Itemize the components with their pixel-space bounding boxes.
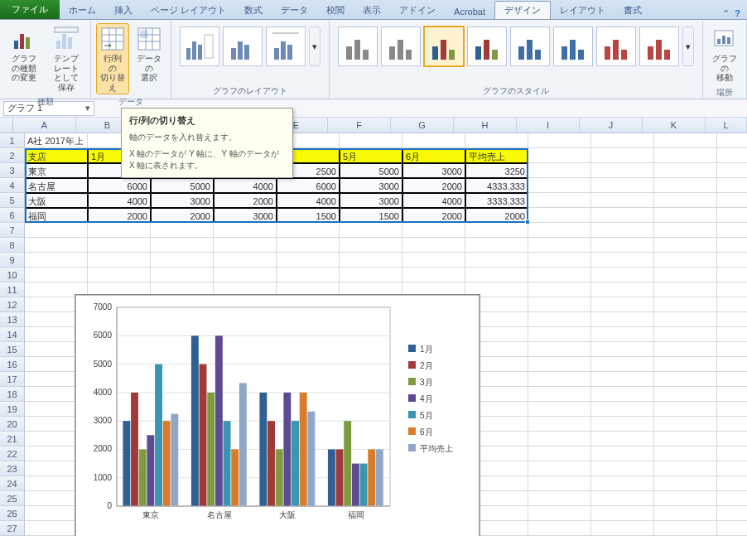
cell[interactable]	[402, 268, 465, 282]
cell[interactable]	[717, 387, 747, 402]
cell[interactable]	[528, 163, 591, 178]
cell[interactable]	[591, 432, 654, 447]
cell[interactable]	[654, 506, 717, 521]
cell[interactable]	[654, 178, 717, 193]
cell[interactable]	[528, 178, 591, 193]
cell[interactable]: 3000	[151, 193, 214, 208]
row-header-6[interactable]: 6	[0, 208, 25, 223]
cell[interactable]	[465, 253, 528, 268]
row-header-8[interactable]: 8	[0, 238, 25, 253]
cell[interactable]	[151, 223, 214, 238]
cell[interactable]	[591, 491, 654, 506]
select-data-button[interactable]: データの 選択	[133, 23, 166, 85]
cell[interactable]	[654, 461, 717, 476]
tab-format[interactable]: 書式	[614, 2, 651, 19]
cell[interactable]	[654, 238, 717, 253]
row-header-11[interactable]: 11	[0, 282, 25, 297]
cell[interactable]	[528, 476, 591, 491]
cell[interactable]	[654, 253, 717, 268]
row-header-23[interactable]: 23	[0, 461, 25, 476]
cell[interactable]	[591, 417, 654, 432]
cell[interactable]	[591, 327, 654, 342]
cell[interactable]	[340, 238, 402, 253]
cell[interactable]	[717, 148, 747, 163]
cell[interactable]	[528, 387, 591, 402]
cell[interactable]	[528, 342, 591, 357]
cell[interactable]	[717, 253, 747, 268]
cell[interactable]	[654, 297, 717, 312]
cell[interactable]	[25, 238, 88, 253]
cell[interactable]	[717, 208, 747, 223]
cell[interactable]	[591, 521, 654, 536]
cell[interactable]: 2000	[402, 208, 465, 223]
tab-design[interactable]: デザイン	[494, 1, 551, 19]
cell[interactable]	[717, 506, 747, 521]
style-thumb-8[interactable]	[639, 27, 679, 66]
cell[interactable]	[528, 223, 591, 238]
row-header-14[interactable]: 14	[0, 327, 25, 342]
cell[interactable]	[654, 432, 717, 447]
cell[interactable]	[654, 521, 717, 536]
cell[interactable]	[654, 357, 717, 372]
col-header-L[interactable]: L	[706, 118, 747, 133]
cell[interactable]	[591, 148, 654, 163]
cell[interactable]	[214, 253, 277, 268]
cell[interactable]	[591, 268, 654, 282]
cell[interactable]	[717, 342, 747, 357]
cell[interactable]	[654, 148, 717, 163]
cell[interactable]	[528, 461, 591, 476]
cell[interactable]: 6月	[402, 148, 465, 163]
col-header-A[interactable]: A	[13, 118, 76, 133]
cell[interactable]	[528, 491, 591, 506]
cell[interactable]	[528, 432, 591, 447]
cell[interactable]: 大阪	[25, 193, 88, 208]
row-header-2[interactable]: 2	[0, 148, 25, 163]
cell[interactable]: 1500	[277, 208, 340, 223]
cell[interactable]	[717, 282, 747, 297]
cells-area[interactable]: A社 2017年上支店1月月5月6月平均売上東京3000400020002500…	[25, 133, 747, 536]
cell[interactable]	[717, 268, 747, 282]
col-header-I[interactable]: I	[517, 118, 580, 133]
tab-file[interactable]: ファイル	[0, 0, 60, 19]
cell[interactable]	[340, 223, 402, 238]
cell[interactable]	[717, 133, 747, 148]
layout-thumb-2[interactable]	[223, 27, 263, 66]
cell[interactable]	[717, 476, 747, 491]
row-header-15[interactable]: 15	[0, 342, 25, 357]
cell[interactable]	[591, 447, 654, 461]
layout-thumb-1[interactable]	[180, 27, 219, 66]
cell[interactable]	[88, 268, 151, 282]
cell[interactable]	[591, 342, 654, 357]
cell[interactable]: 東京	[25, 163, 88, 178]
cell[interactable]	[591, 476, 654, 491]
cell[interactable]	[528, 402, 591, 417]
cell[interactable]	[654, 163, 717, 178]
cell[interactable]	[591, 223, 654, 238]
cell[interactable]	[528, 327, 591, 342]
cell[interactable]	[528, 506, 591, 521]
style-thumb-3[interactable]	[424, 27, 464, 66]
cell[interactable]	[528, 312, 591, 327]
row-header-27[interactable]: 27	[0, 521, 25, 536]
cell[interactable]	[591, 282, 654, 297]
cell[interactable]	[528, 372, 591, 387]
cell[interactable]	[528, 238, 591, 253]
style-thumb-7[interactable]	[596, 27, 636, 66]
cell[interactable]	[25, 268, 88, 282]
cell[interactable]: 5月	[340, 148, 402, 163]
col-header-K[interactable]: K	[643, 118, 706, 133]
cell[interactable]	[654, 387, 717, 402]
style-thumb-2[interactable]	[381, 27, 421, 66]
cell[interactable]	[277, 238, 340, 253]
cell[interactable]: 3000	[214, 208, 277, 223]
cell[interactable]	[528, 417, 591, 432]
tab-addin[interactable]: アドイン	[390, 2, 445, 19]
style-thumb-5[interactable]	[510, 27, 550, 66]
cell[interactable]: 6000	[277, 178, 340, 193]
cell[interactable]	[528, 208, 591, 223]
cell[interactable]	[717, 178, 747, 193]
cell[interactable]	[717, 297, 747, 312]
row-header-16[interactable]: 16	[0, 357, 25, 372]
cell[interactable]: 3333.333	[465, 193, 528, 208]
cell[interactable]	[654, 372, 717, 387]
